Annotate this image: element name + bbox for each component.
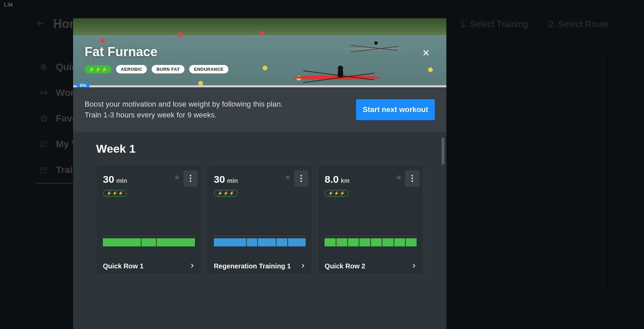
workout-card[interactable]: 30 min ⚡⚡⚡ Quick Row 1 [97, 166, 201, 274]
training-plan-modal: Fat Furnace ⚡⚡⚡ AEROBIC BURN FAT ENDURAN… [73, 18, 446, 329]
hero-banner: Fat Furnace ⚡⚡⚡ AEROBIC BURN FAT ENDURAN… [73, 18, 446, 87]
workout-card[interactable]: 8.0 km ⚡⚡⚡ Quick Row 2 [318, 166, 423, 274]
svg-point-20 [412, 178, 413, 179]
card-menu-button[interactable] [294, 170, 308, 187]
svg-point-17 [301, 178, 302, 179]
workout-title: Regeneration Training 1 [214, 262, 291, 270]
intensity-badge: ⚡⚡⚡ [85, 65, 111, 73]
workout-metric: 8.0 km [325, 174, 350, 185]
chevron-right-icon[interactable] [411, 262, 417, 271]
plan-content: Week 1 30 min ⚡⚡⚡ Quick Row 1 30 min ⚡⚡⚡… [73, 132, 446, 329]
favorite-star-icon[interactable] [173, 174, 181, 181]
intensity-indicator: ⚡⚡⚡ [103, 190, 127, 197]
plan-description: Boost your motivation and lose weight by… [85, 99, 283, 120]
svg-point-21 [412, 180, 413, 182]
svg-point-19 [412, 175, 413, 176]
svg-point-18 [301, 180, 302, 182]
plan-tags: ⚡⚡⚡ AEROBIC BURN FAT ENDURANCE [85, 65, 228, 73]
svg-point-15 [190, 180, 191, 182]
intensity-indicator: ⚡⚡⚡ [214, 190, 238, 197]
plan-title: Fat Furnace [85, 45, 157, 59]
tag-aerobic: AEROBIC [116, 65, 147, 73]
week-title: Week 1 [96, 142, 423, 155]
workout-metric: 30 min [214, 174, 238, 185]
svg-point-13 [190, 175, 191, 176]
svg-point-16 [301, 175, 302, 176]
workout-title: Quick Row 2 [325, 262, 365, 270]
progress-value: 0% [76, 83, 90, 87]
description-bar: Boost your motivation and lose weight by… [73, 87, 446, 132]
intensity-indicator: ⚡⚡⚡ [325, 190, 349, 197]
svg-point-14 [190, 178, 191, 179]
card-menu-button[interactable] [405, 170, 419, 187]
tag-burn-fat: BURN FAT [152, 65, 184, 73]
chevron-right-icon[interactable] [190, 262, 195, 271]
workout-profile-chart [103, 236, 195, 246]
workout-profile-chart [214, 236, 306, 246]
workout-cards-row: 30 min ⚡⚡⚡ Quick Row 1 30 min ⚡⚡⚡ Regene… [97, 166, 423, 274]
progress-bar [73, 85, 446, 87]
card-menu-button[interactable] [183, 170, 198, 187]
close-button[interactable] [419, 46, 433, 60]
favorite-star-icon[interactable] [395, 174, 402, 181]
chevron-right-icon[interactable] [300, 262, 306, 271]
tag-endurance: ENDURANCE [189, 65, 228, 73]
workout-title: Quick Row 1 [103, 262, 143, 270]
favorite-star-icon[interactable] [284, 174, 291, 181]
workout-card[interactable]: 30 min ⚡⚡⚡ Regeneration Training 1 [208, 166, 312, 274]
workout-metric: 30 min [103, 174, 127, 185]
content-scrollbar[interactable] [442, 137, 444, 164]
workout-profile-chart [325, 236, 417, 246]
start-next-workout-button[interactable]: Start next workout [356, 99, 435, 120]
